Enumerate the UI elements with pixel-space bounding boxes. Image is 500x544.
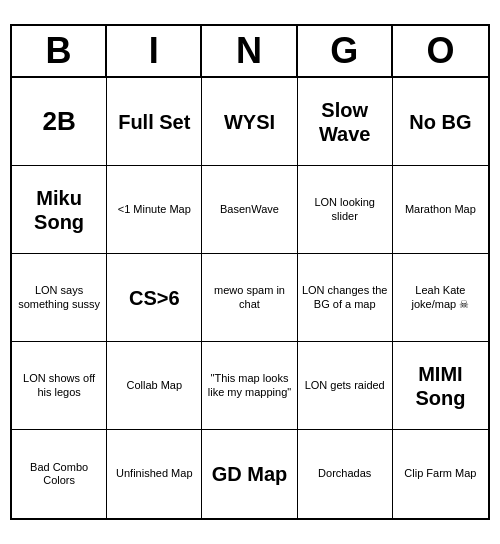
bingo-cell-10: LON says something sussy <box>12 254 107 342</box>
bingo-cell-1: Full Set <box>107 78 202 166</box>
bingo-cell-21: Unfinished Map <box>107 430 202 518</box>
bingo-cell-9: Marathon Map <box>393 166 488 254</box>
bingo-cell-3: Slow Wave <box>298 78 393 166</box>
bingo-cell-16: Collab Map <box>107 342 202 430</box>
bingo-cell-5: Miku Song <box>12 166 107 254</box>
bingo-cell-8: LON looking slider <box>298 166 393 254</box>
bingo-cell-11: CS>6 <box>107 254 202 342</box>
bingo-cell-24: Clip Farm Map <box>393 430 488 518</box>
header-letter-i: I <box>107 26 202 76</box>
header-letter-g: G <box>298 26 393 76</box>
bingo-cell-22: GD Map <box>202 430 297 518</box>
bingo-cell-6: <1 Minute Map <box>107 166 202 254</box>
bingo-cell-2: WYSI <box>202 78 297 166</box>
bingo-cell-13: LON changes the BG of a map <box>298 254 393 342</box>
bingo-grid: 2BFull SetWYSISlow WaveNo BGMiku Song<1 … <box>12 78 488 518</box>
bingo-cell-19: MIMI Song <box>393 342 488 430</box>
bingo-cell-20: Bad Combo Colors <box>12 430 107 518</box>
bingo-header: BINGO <box>12 26 488 78</box>
bingo-cell-0: 2B <box>12 78 107 166</box>
bingo-cell-4: No BG <box>393 78 488 166</box>
bingo-cell-14: Leah Kate joke/map ☠ <box>393 254 488 342</box>
bingo-cell-15: LON shows off his legos <box>12 342 107 430</box>
bingo-card: BINGO 2BFull SetWYSISlow WaveNo BGMiku S… <box>10 24 490 520</box>
bingo-cell-23: Dorchadas <box>298 430 393 518</box>
header-letter-o: O <box>393 26 488 76</box>
bingo-cell-7: BasenWave <box>202 166 297 254</box>
header-letter-n: N <box>202 26 297 76</box>
bingo-cell-18: LON gets raided <box>298 342 393 430</box>
bingo-cell-17: "This map looks like my mapping" <box>202 342 297 430</box>
bingo-cell-12: mewo spam in chat <box>202 254 297 342</box>
header-letter-b: B <box>12 26 107 76</box>
